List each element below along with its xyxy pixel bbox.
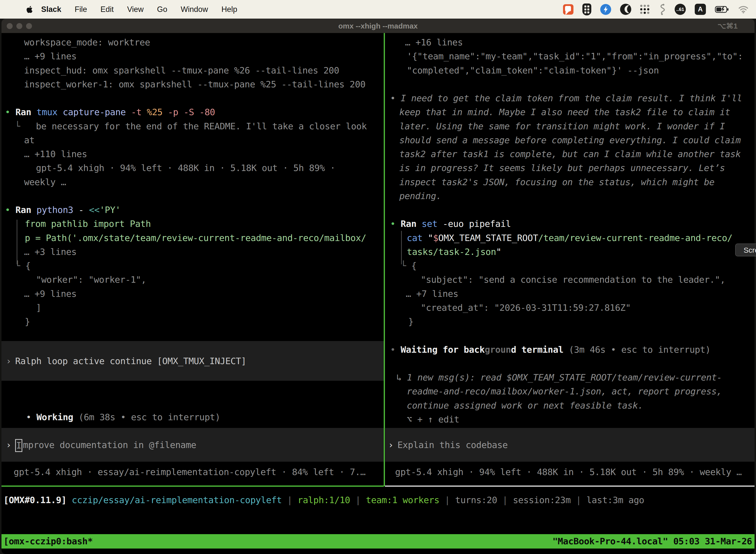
terminal-line: ]	[36, 300, 41, 315]
terminal-line: └ {	[15, 259, 31, 273]
terminal-line: '{"team_name":"my-team","task_id":"1","f…	[407, 49, 743, 63]
terminal-line: workspace_mode: worktree	[24, 35, 150, 49]
terminal-line: task2 after task1 is complete, but can I…	[399, 147, 741, 161]
terminal-line: later. Using the same for transition mig…	[399, 119, 725, 133]
terminal-line: … +3 lines	[24, 245, 77, 259]
percent-badge-icon[interactable]: ..61	[675, 4, 686, 15]
menu-bar: Slack File Edit View Go Window Help ..61…	[0, 0, 756, 19]
left-prompt-input[interactable]: › Improve documentation in @filename	[1, 428, 384, 462]
window-title: omx --xhigh --madmax	[1, 22, 755, 30]
wifi-icon[interactable]	[738, 5, 749, 13]
terminal-line: pending.	[399, 189, 441, 203]
terminal-line: "created_at": "2026-03-31T11:59:27.816Z"	[421, 300, 631, 315]
battery-icon[interactable]	[715, 6, 729, 13]
terminal-line: weekly …	[24, 175, 66, 189]
menu-item-file[interactable]: File	[68, 5, 94, 14]
left-pane-bottom-border	[1, 486, 384, 487]
shield-keypad-icon[interactable]	[582, 3, 591, 15]
terminal-line: • Ran python3 - <<'PY'	[5, 203, 121, 217]
terminal-line: cat "$OMX_TEAM_STATE_ROOT/team/review-cu…	[407, 231, 733, 245]
tmux-host-clock: "MacBook-Pro-44.local" 05:03 31-Mar-26	[552, 534, 752, 549]
apple-menu-icon[interactable]	[26, 5, 33, 13]
terminal-line: from pathlib import Path	[25, 217, 151, 231]
screenshot-tooltip: Scre	[735, 243, 756, 257]
terminal-line: └ {	[401, 259, 417, 273]
terminal-line: "subject": "send a concise recommendatio…	[421, 273, 725, 287]
terminal-line: … +9 lines	[24, 49, 77, 63]
terminal-line: p = Path('.omx/state/team/review-current…	[25, 231, 366, 245]
terminal-line: ⌥ + ↑ edit	[407, 412, 459, 427]
terminal-line: "worker": "worker-1",	[36, 273, 146, 287]
a-badge-icon[interactable]: A	[695, 4, 706, 15]
terminal-line: readme-and-reco/mailbox/worker-1.json, a…	[407, 384, 722, 398]
window-shortcut: ⌥⌘1	[717, 21, 738, 30]
pane-divider[interactable]	[384, 33, 385, 486]
working-bullet: •	[26, 412, 31, 422]
terminal-line: }	[408, 315, 414, 329]
terminal-line: should send a message before completing …	[399, 133, 741, 147]
prompt-placeholder: Improve documentation in @filename	[15, 438, 196, 452]
right-pane-bottom-border	[385, 486, 755, 487]
terminal-line: inspect_worker-1: omx sparkshell --tmux-…	[24, 77, 365, 91]
terminal-line: └ be necessary for the end of the README…	[15, 119, 367, 133]
window-titlebar[interactable]: omx --xhigh --madmax ⌥⌘1	[1, 19, 755, 33]
working-detail: (6m 38s • esc to interrupt)	[78, 412, 220, 422]
terminal-line: inspect_hud: omx sparkshell --tmux-pane …	[24, 63, 339, 77]
terminal-line: • Waiting for background terminal (3m 46…	[390, 342, 711, 357]
terminal-line: continue assigned work or next feasible …	[407, 398, 643, 412]
dots-grid-icon[interactable]	[640, 5, 649, 14]
menu-item-slack[interactable]: Slack	[33, 5, 68, 14]
right-model-status: gpt-5.4 xhigh · 94% left · 488K in · 5.1…	[395, 465, 742, 479]
menu-item-view[interactable]: View	[120, 5, 150, 14]
squiggle-app-icon[interactable]	[658, 4, 666, 15]
crescent-app-icon[interactable]	[620, 4, 631, 15]
prompt-chevron-icon: ›	[6, 438, 11, 452]
banner-text: Ralph loop active continue [OMX_TMUX_INJ…	[15, 354, 246, 368]
terminal-line: }	[25, 315, 30, 329]
working-status-line: • Working (6m 38s • esc to interrupt)	[5, 396, 220, 410]
terminal-line: at	[24, 133, 35, 147]
terminal-line: • I need to get the claim token from the…	[390, 91, 742, 105]
prompt-placeholder: Explain this codebase	[397, 438, 508, 452]
terminal-line: … +9 lines	[24, 287, 77, 301]
text-cursor: I	[15, 439, 22, 452]
terminal-line: keep that in mind. Maybe I also need the…	[399, 105, 730, 119]
terminal-line: … +7 lines	[406, 287, 458, 301]
working-label: Working	[37, 412, 73, 422]
tool-connector-line	[17, 220, 17, 264]
terminal-line: … +16 lines	[405, 35, 463, 49]
menu-item-window[interactable]: Window	[174, 5, 214, 14]
menu-bar-status-icons: ..61 A	[563, 3, 756, 15]
terminal-line: is in progress? It seems likely but perh…	[399, 161, 725, 175]
terminal-line: gpt-5.4 xhigh · 94% left · 488K in · 5.1…	[36, 161, 335, 175]
menu-item-go[interactable]: Go	[150, 5, 174, 14]
screen: Slack File Edit View Go Window Help ..61…	[0, 0, 756, 554]
banner-prompt-icon: ›	[6, 354, 11, 368]
blue-bolt-icon[interactable]	[600, 4, 611, 15]
chat-app-icon[interactable]	[563, 4, 573, 15]
terminal-line: ↳ 1 new msg(s): read $OMX_TEAM_STATE_ROO…	[396, 370, 722, 384]
terminal-line: • Ran set -euo pipefail	[390, 217, 511, 231]
terminal-line: tasks/task-2.json"	[407, 245, 501, 259]
ralph-loop-banner: › Ralph loop active continue [OMX_TMUX_I…	[1, 341, 384, 381]
menu-item-help[interactable]: Help	[215, 5, 244, 14]
terminal-line: "completed","claim_token":"claim-token"}…	[407, 63, 659, 77]
menu-item-edit[interactable]: Edit	[94, 5, 120, 14]
tmux-status-bar: [omx-cczip0:bash* "MacBook-Pro-44.local"…	[1, 534, 755, 549]
left-model-status: gpt-5.4 xhigh · essay/ai-reimplementatio…	[14, 465, 366, 479]
terminal-line: • Ran tmux capture-pane -t %25 -p -S -80	[5, 105, 215, 119]
terminal-line: inspect task2's JSON, focusing on the st…	[399, 175, 714, 189]
prompt-chevron-icon: ›	[388, 438, 393, 452]
right-prompt-input[interactable]: › Explain this codebase	[385, 428, 755, 462]
tmux-session-label: [omx-cczip0:bash*	[3, 534, 93, 549]
terminal-line: … +110 lines	[24, 147, 87, 161]
omx-status-line: [OMX#0.11.9] cczip/essay/ai-reimplementa…	[3, 493, 644, 507]
